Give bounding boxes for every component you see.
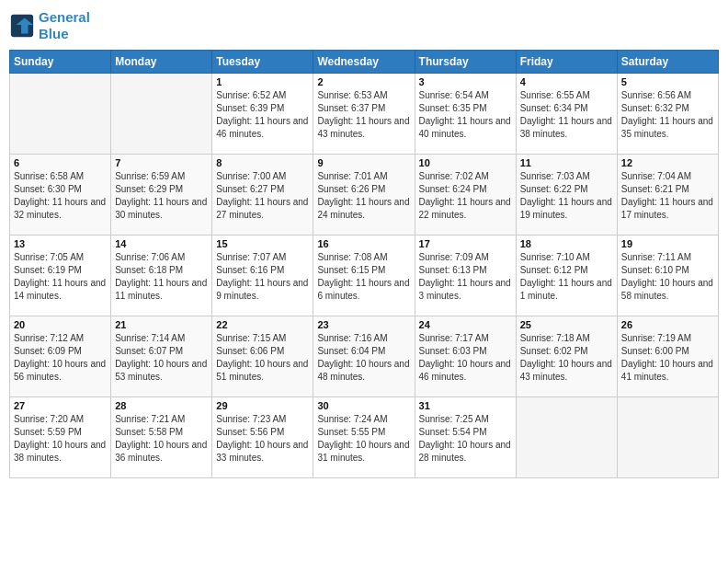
daylight-text: Daylight: 11 hours and 40 minutes. — [419, 115, 512, 141]
sunset-text: Sunset: 6:39 PM — [216, 102, 309, 115]
sunset-text: Sunset: 6:03 PM — [419, 345, 512, 358]
logo: General Blue — [9, 9, 90, 42]
sunset-text: Sunset: 6:09 PM — [14, 345, 107, 358]
logo-icon — [9, 13, 35, 39]
sunset-text: Sunset: 6:10 PM — [621, 264, 714, 277]
day-number: 19 — [621, 238, 714, 249]
calendar-cell: 6Sunrise: 6:58 AMSunset: 6:30 PMDaylight… — [10, 155, 111, 236]
sunset-text: Sunset: 6:24 PM — [419, 183, 512, 196]
day-number: 24 — [419, 319, 512, 330]
sunrise-text: Sunrise: 6:58 AM — [14, 170, 107, 183]
calendar-cell: 28Sunrise: 7:21 AMSunset: 5:58 PMDayligh… — [111, 397, 212, 478]
calendar-cell: 26Sunrise: 7:19 AMSunset: 6:00 PMDayligh… — [617, 316, 718, 397]
day-number: 25 — [520, 319, 613, 330]
daylight-text: Daylight: 10 hours and 48 minutes. — [317, 358, 410, 384]
day-number: 6 — [14, 157, 107, 168]
sunrise-text: Sunrise: 7:18 AM — [520, 332, 613, 345]
day-number: 5 — [621, 76, 714, 87]
calendar-week-row: 27Sunrise: 7:20 AMSunset: 5:59 PMDayligh… — [10, 397, 719, 478]
calendar-cell — [111, 74, 212, 155]
sunset-text: Sunset: 6:13 PM — [419, 264, 512, 277]
daylight-text: Daylight: 10 hours and 41 minutes. — [621, 358, 714, 384]
page-header: General Blue — [9, 9, 719, 42]
column-header-monday: Monday — [111, 51, 212, 74]
sunrise-text: Sunrise: 6:54 AM — [419, 89, 512, 102]
day-number: 17 — [419, 238, 512, 249]
sunrise-text: Sunrise: 7:02 AM — [419, 170, 512, 183]
daylight-text: Daylight: 11 hours and 19 minutes. — [520, 196, 613, 222]
sunset-text: Sunset: 6:27 PM — [216, 183, 309, 196]
daylight-text: Daylight: 10 hours and 58 minutes. — [621, 277, 714, 303]
sunset-text: Sunset: 6:22 PM — [520, 183, 613, 196]
day-number: 21 — [115, 319, 208, 330]
calendar-week-row: 13Sunrise: 7:05 AMSunset: 6:19 PMDayligh… — [10, 236, 719, 316]
day-number: 28 — [115, 400, 208, 411]
daylight-text: Daylight: 11 hours and 14 minutes. — [14, 277, 107, 303]
sunset-text: Sunset: 6:02 PM — [520, 345, 613, 358]
sunset-text: Sunset: 6:00 PM — [621, 345, 714, 358]
sunrise-text: Sunrise: 7:16 AM — [317, 332, 410, 345]
day-number: 14 — [115, 238, 208, 249]
sunset-text: Sunset: 5:54 PM — [419, 426, 512, 439]
sunrise-text: Sunrise: 7:06 AM — [115, 251, 208, 264]
calendar-cell: 22Sunrise: 7:15 AMSunset: 6:06 PMDayligh… — [212, 316, 313, 397]
sunrise-text: Sunrise: 6:52 AM — [216, 89, 309, 102]
sunset-text: Sunset: 6:26 PM — [317, 183, 410, 196]
day-number: 27 — [14, 400, 107, 411]
daylight-text: Daylight: 10 hours and 46 minutes. — [419, 358, 512, 384]
day-number: 9 — [317, 157, 410, 168]
daylight-text: Daylight: 10 hours and 36 minutes. — [115, 439, 208, 465]
sunrise-text: Sunrise: 7:05 AM — [14, 251, 107, 264]
day-number: 12 — [621, 157, 714, 168]
daylight-text: Daylight: 11 hours and 24 minutes. — [317, 196, 410, 222]
column-header-saturday: Saturday — [617, 51, 718, 74]
calendar-cell — [516, 397, 617, 478]
day-number: 15 — [216, 238, 309, 249]
daylight-text: Daylight: 10 hours and 56 minutes. — [14, 358, 107, 384]
day-number: 30 — [317, 400, 410, 411]
daylight-text: Daylight: 11 hours and 46 minutes. — [216, 115, 309, 141]
sunset-text: Sunset: 6:18 PM — [115, 264, 208, 277]
calendar-cell: 31Sunrise: 7:25 AMSunset: 5:54 PMDayligh… — [415, 397, 516, 478]
calendar-cell: 9Sunrise: 7:01 AMSunset: 6:26 PMDaylight… — [313, 155, 415, 236]
daylight-text: Daylight: 10 hours and 53 minutes. — [115, 358, 208, 384]
calendar-cell: 13Sunrise: 7:05 AMSunset: 6:19 PMDayligh… — [10, 236, 111, 316]
daylight-text: Daylight: 10 hours and 33 minutes. — [216, 439, 309, 465]
day-number: 10 — [419, 157, 512, 168]
sunset-text: Sunset: 5:59 PM — [14, 426, 107, 439]
calendar-cell: 15Sunrise: 7:07 AMSunset: 6:16 PMDayligh… — [212, 236, 313, 316]
sunset-text: Sunset: 5:58 PM — [115, 426, 208, 439]
column-header-sunday: Sunday — [10, 51, 111, 74]
calendar-cell: 1Sunrise: 6:52 AMSunset: 6:39 PMDaylight… — [212, 74, 313, 155]
sunset-text: Sunset: 6:37 PM — [317, 102, 410, 115]
daylight-text: Daylight: 11 hours and 30 minutes. — [115, 196, 208, 222]
sunset-text: Sunset: 5:55 PM — [317, 426, 410, 439]
calendar-cell: 29Sunrise: 7:23 AMSunset: 5:56 PMDayligh… — [212, 397, 313, 478]
calendar-cell: 27Sunrise: 7:20 AMSunset: 5:59 PMDayligh… — [10, 397, 111, 478]
sunset-text: Sunset: 6:04 PM — [317, 345, 410, 358]
day-number: 7 — [115, 157, 208, 168]
day-number: 29 — [216, 400, 309, 411]
sunrise-text: Sunrise: 7:20 AM — [14, 413, 107, 426]
sunrise-text: Sunrise: 6:53 AM — [317, 89, 410, 102]
daylight-text: Daylight: 10 hours and 31 minutes. — [317, 439, 410, 465]
sunset-text: Sunset: 6:15 PM — [317, 264, 410, 277]
column-header-friday: Friday — [516, 51, 617, 74]
sunrise-text: Sunrise: 7:21 AM — [115, 413, 208, 426]
sunrise-text: Sunrise: 7:11 AM — [621, 251, 714, 264]
calendar-cell: 20Sunrise: 7:12 AMSunset: 6:09 PMDayligh… — [10, 316, 111, 397]
daylight-text: Daylight: 11 hours and 3 minutes. — [419, 277, 512, 303]
sunset-text: Sunset: 6:19 PM — [14, 264, 107, 277]
daylight-text: Daylight: 11 hours and 1 minute. — [520, 277, 613, 303]
sunrise-text: Sunrise: 7:12 AM — [14, 332, 107, 345]
calendar-cell: 4Sunrise: 6:55 AMSunset: 6:34 PMDaylight… — [516, 74, 617, 155]
daylight-text: Daylight: 10 hours and 28 minutes. — [419, 439, 512, 465]
daylight-text: Daylight: 11 hours and 43 minutes. — [317, 115, 410, 141]
calendar-cell: 24Sunrise: 7:17 AMSunset: 6:03 PMDayligh… — [415, 316, 516, 397]
daylight-text: Daylight: 11 hours and 9 minutes. — [216, 277, 309, 303]
calendar-cell: 8Sunrise: 7:00 AMSunset: 6:27 PMDaylight… — [212, 155, 313, 236]
calendar-cell: 10Sunrise: 7:02 AMSunset: 6:24 PMDayligh… — [415, 155, 516, 236]
logo-text: General Blue — [39, 9, 90, 42]
sunrise-text: Sunrise: 7:04 AM — [621, 170, 714, 183]
day-number: 13 — [14, 238, 107, 249]
